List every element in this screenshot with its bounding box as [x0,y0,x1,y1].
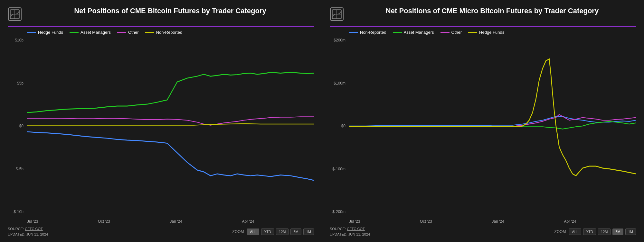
chart2-icon [330,7,344,21]
chart1-header: Net Positions of CME Bitcoin Futures by … [8,6,314,21]
zoom-btn-all-1[interactable]: ALL [247,229,259,235]
zoom-btn-3m-1[interactable]: 3M [290,229,301,235]
zoom-btn-1m-1[interactable]: 1M [303,229,314,235]
zoom-btn-12m-1[interactable]: 12M [276,229,289,235]
chart1-zoom-controls: ZOOM ALL YTD 12M 3M 1M [232,229,314,235]
chart2-updated: UPDATED: JUN 11, 2024 [330,232,370,237]
chart1-updated: UPDATED: JUN 11, 2024 [8,232,48,237]
chart1-source: SOURCE: CFTC COT UPDATED: JUN 11, 2024 [8,226,48,237]
legend-item-non-reported: Non-Reported [145,30,183,35]
x2-label-jan24: Jan '24 [492,219,504,224]
zoom-btn-ytd-2[interactable]: YTD [583,229,596,235]
y-label-neg10b: $-10b [14,210,25,214]
source-link-2[interactable]: CFTC COT [347,227,365,231]
legend-label-asset-managers: Asset Managers [80,30,111,35]
chart1-container: Net Positions of CME Bitcoin Futures by … [0,0,322,242]
x-label-jul23: Jul '23 [27,219,38,224]
chart2-legend: Non-Reported Asset Managers Other Hedge … [349,30,636,35]
zoom-btn-1m-2[interactable]: 1M [625,229,636,235]
chart2-source: SOURCE: CFTC COT UPDATED: JUN 11, 2024 [330,226,370,237]
source-label-2: SOURCE: [330,227,346,231]
legend2-line-non-reported [349,32,358,33]
chart2-x-axis: Jul '23 Oct '23 Jan '24 Apr '24 [349,214,636,224]
y-label-5b: $5b [17,81,25,85]
chart1-x-axis: Jul '23 Oct '23 Jan '24 Apr '24 [27,214,314,224]
chart1-footer: SOURCE: CFTC COT UPDATED: JUN 11, 2024 Z… [8,226,314,237]
y2-label-neg100m: $-100m [332,167,347,171]
zoom-btn-12m-2[interactable]: 12M [598,229,611,235]
chart2-zoom-controls: ZOOM ALL YTD 12M 3M 1M [554,229,636,235]
legend-line-non-reported [145,32,154,33]
chart1-icon [8,7,22,21]
y2-label-100m: $100m [334,81,347,85]
legend2-item-asset-managers: Asset Managers [393,30,434,35]
y-label-10b: $10b [15,38,25,42]
legend-label-other: Other [128,30,139,35]
chart2-area: $200m $100m $0 $-100m $-200m Jul '23 [349,38,636,224]
chart2-title: Net Positions of CME Micro Bitcoin Futur… [348,6,636,16]
legend-item-other: Other [117,30,139,35]
legend-item-asset-managers: Asset Managers [70,30,111,35]
y2-label-200m: $200m [334,38,347,42]
x-label-oct23: Oct '23 [98,219,110,224]
legend2-line-hedge-funds [468,32,477,33]
legend-line-hedge-funds [27,32,36,33]
legend2-label-non-reported: Non-Reported [360,30,386,35]
chart2-container: Net Positions of CME Micro Bitcoin Futur… [322,0,644,242]
legend2-item-other: Other [440,30,462,35]
legend2-label-asset-managers: Asset Managers [404,30,434,35]
legend2-label-hedge-funds: Hedge Funds [479,30,504,35]
chart1-legend: Hedge Funds Asset Managers Other Non-Rep… [27,30,314,35]
chart2-header: Net Positions of CME Micro Bitcoin Futur… [330,6,636,21]
y-label-neg5b: $-5b [16,167,25,171]
chart2-divider [330,26,636,27]
chart2-svg [349,38,636,214]
chart2-footer: SOURCE: CFTC COT UPDATED: JUN 11, 2024 Z… [330,226,636,237]
x-label-jan24: Jan '24 [170,219,182,224]
chart2-y-axis: $200m $100m $0 $-100m $-200m [330,38,347,214]
legend2-line-other [440,32,450,33]
legend-line-other [117,32,126,33]
source-link-1[interactable]: CFTC COT [25,227,43,231]
x2-label-oct23: Oct '23 [420,219,432,224]
zoom-label-1: ZOOM [232,229,244,234]
x2-label-apr24: Apr '24 [564,219,576,224]
chart1-divider [8,26,314,27]
legend-label-hedge-funds: Hedge Funds [38,30,63,35]
legend2-line-asset-managers [393,32,402,33]
legend-label-non-reported: Non-Reported [156,30,183,35]
legend-line-asset-managers [70,32,79,33]
zoom-btn-all-2[interactable]: ALL [569,229,581,235]
chart1-title: Net Positions of CME Bitcoin Futures by … [26,6,314,16]
legend2-item-non-reported: Non-Reported [349,30,386,35]
chart1-svg [27,38,314,214]
chart1-y-axis: $10b $5b $0 $-5b $-10b [8,38,25,214]
source-label-1: SOURCE: [8,227,24,231]
y2-label-0: $0 [341,124,347,128]
zoom-label-2: ZOOM [554,229,566,234]
zoom-btn-3m-2[interactable]: 3M [612,229,623,235]
legend2-label-other: Other [451,30,462,35]
y2-label-neg200m: $-200m [332,210,347,214]
x-label-apr24: Apr '24 [242,219,254,224]
zoom-btn-ytd-1[interactable]: YTD [261,229,274,235]
chart1-area: $10b $5b $0 $-5b $-10b Jul '23 [27,38,314,224]
legend-item-hedge-funds: Hedge Funds [27,30,63,35]
y-label-0: $0 [19,124,25,128]
x2-label-jul23: Jul '23 [349,219,360,224]
legend2-item-hedge-funds: Hedge Funds [468,30,504,35]
